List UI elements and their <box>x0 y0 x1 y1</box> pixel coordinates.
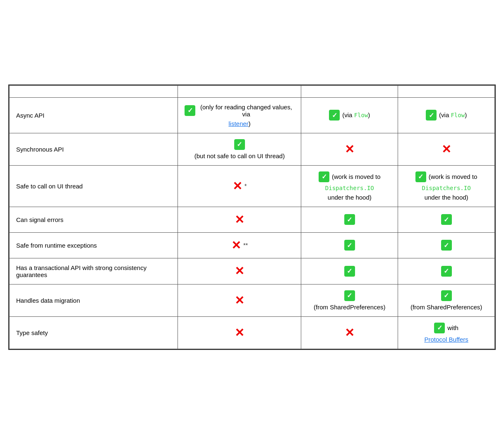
cross-icon: ✕ <box>233 179 242 193</box>
table-cell: ✓withProtocol Buffers <box>398 316 495 349</box>
table-cell: ✕ <box>178 207 301 232</box>
cell-text: (from SharedPreferences) <box>314 304 385 311</box>
check-icon: ✓ <box>185 105 195 116</box>
table-row: Has a transactional API with strong cons… <box>10 258 495 284</box>
table-cell: ✓ <box>398 258 495 284</box>
feature-cell: Can signal errors <box>10 207 178 232</box>
table-cell: ✓(only for reading changed values, viali… <box>178 97 301 133</box>
table-cell: ✓ <box>301 232 398 258</box>
check-icon: ✓ <box>344 214 355 225</box>
table-cell: ✕ <box>178 316 301 349</box>
header-shared-prefs <box>178 85 301 97</box>
check-icon: ✓ <box>441 240 452 251</box>
cell-text: (only for reading changed values, via <box>198 104 294 118</box>
cross-icon: ✕ <box>345 142 354 156</box>
table-row: Synchronous API✓(but not safe to call on… <box>10 133 495 165</box>
check-icon: ✓ <box>319 171 329 182</box>
check-icon: ✓ <box>344 290 355 301</box>
feature-cell: Safe from runtime exceptions <box>10 232 178 258</box>
header-preferences-datastore <box>301 85 398 97</box>
table-cell: ✕ <box>178 258 301 284</box>
cross-icon: ✕ <box>235 213 244 227</box>
table-cell: ✓(work is moved toDispatchers.IOunder th… <box>398 165 495 207</box>
table-cell: ✕ <box>178 284 301 316</box>
header-proto-datastore <box>398 85 495 97</box>
table-cell: ✕ <box>301 316 398 349</box>
feature-cell: Type safety <box>10 316 178 349</box>
table-cell: ✕ <box>398 133 495 165</box>
cross-icon: ✕ <box>231 239 241 252</box>
table-row: Can signal errors✕✓✓ <box>10 207 495 232</box>
code-text: Flow <box>451 112 465 118</box>
feature-cell: Safe to call on UI thread <box>10 165 178 207</box>
table-cell: ✓ <box>301 207 398 232</box>
check-icon: ✓ <box>441 266 452 277</box>
table-row: Safe to call on UI thread✕*✓(work is mov… <box>10 165 495 207</box>
table-cell: ✓(via Flow) <box>301 97 398 133</box>
cell-text: (from SharedPreferences) <box>410 304 482 311</box>
check-icon: ✓ <box>329 110 340 121</box>
check-icon: ✓ <box>426 110 437 121</box>
table-cell: ✕** <box>178 232 301 258</box>
table-cell: ✓ <box>398 232 495 258</box>
cell-text: (but not safe to call on UI thread) <box>194 152 285 159</box>
table-cell: ✓(from SharedPreferences) <box>398 284 495 316</box>
table-cell: ✓ <box>301 258 398 284</box>
cell-text: (via Flow) <box>439 111 467 120</box>
cell-text: (via Flow) <box>342 111 370 120</box>
table-row: Safe from runtime exceptions✕**✓✓ <box>10 232 495 258</box>
code-text: Dispatchers.IO <box>325 185 374 191</box>
table-cell: ✕* <box>178 165 301 207</box>
check-icon: ✓ <box>344 240 355 251</box>
link[interactable]: listener <box>228 120 248 127</box>
comparison-table: Async API✓(only for reading changed valu… <box>9 85 495 349</box>
comparison-table-wrapper: Async API✓(only for reading changed valu… <box>8 84 496 350</box>
cross-icon: ✕ <box>442 142 451 156</box>
table-cell: ✓(from SharedPreferences) <box>301 284 398 316</box>
check-icon: ✓ <box>434 323 445 333</box>
cross-icon: ✕ <box>235 326 244 340</box>
cell-note: ** <box>243 242 248 248</box>
table-row: Handles data migration✕✓(from SharedPref… <box>10 284 495 316</box>
link[interactable]: Protocol Buffers <box>424 336 468 343</box>
cross-icon: ✕ <box>235 264 244 278</box>
check-icon: ✓ <box>344 266 355 277</box>
table-cell: ✕ <box>301 133 398 165</box>
check-icon: ✓ <box>234 139 245 150</box>
feature-cell: Synchronous API <box>10 133 178 165</box>
cross-icon: ✕ <box>345 326 354 340</box>
feature-cell: Async API <box>10 97 178 133</box>
table-row: Type safety✕✕✓withProtocol Buffers <box>10 316 495 349</box>
header-feature <box>10 85 178 97</box>
check-icon: ✓ <box>441 214 452 225</box>
table-row: Async API✓(only for reading changed valu… <box>10 97 495 133</box>
table-cell: ✓(work is moved toDispatchers.IOunder th… <box>301 165 398 207</box>
cell-note: * <box>245 183 247 189</box>
table-cell: ✓(but not safe to call on UI thread) <box>178 133 301 165</box>
code-text: Flow <box>354 112 368 118</box>
code-text: Dispatchers.IO <box>422 185 471 191</box>
table-cell: ✓ <box>398 207 495 232</box>
feature-cell: Handles data migration <box>10 284 178 316</box>
check-icon: ✓ <box>441 290 452 301</box>
cross-icon: ✕ <box>235 294 244 307</box>
check-icon: ✓ <box>415 171 426 182</box>
table-cell: ✓(via Flow) <box>398 97 495 133</box>
feature-cell: Has a transactional API with strong cons… <box>10 258 178 284</box>
